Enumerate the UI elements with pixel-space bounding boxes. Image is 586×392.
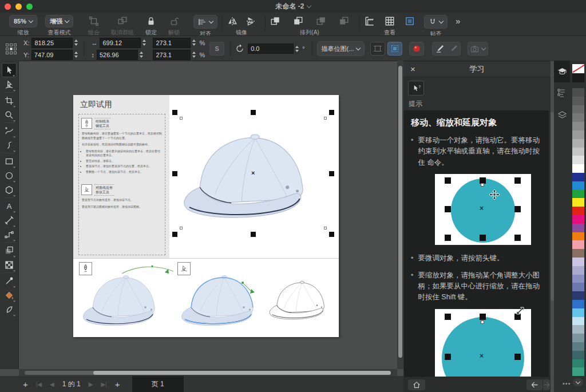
color-swatch[interactable]: [572, 122, 584, 130]
color-swatch[interactable]: [572, 148, 584, 156]
palette-scroll-down-button[interactable]: [573, 378, 583, 386]
crop-tool[interactable]: [2, 93, 17, 108]
grid-button[interactable]: [385, 15, 395, 27]
color-swatch[interactable]: [572, 300, 584, 308]
color-swatch[interactable]: [572, 275, 584, 283]
object-height-input[interactable]: [97, 50, 138, 60]
color-swatch[interactable]: [572, 139, 584, 148]
color-swatch[interactable]: [572, 325, 584, 334]
selection-handle[interactable]: [172, 171, 177, 176]
x-stepper[interactable]: [74, 39, 78, 46]
hint-pointer-button[interactable]: ?: [408, 81, 424, 96]
scale-width-input[interactable]: [153, 38, 191, 48]
lock-button[interactable]: 锁定: [145, 13, 157, 37]
freehand-tool[interactable]: [2, 124, 17, 138]
scale-w-stepper[interactable]: [192, 39, 196, 46]
selection-handle[interactable]: [172, 232, 177, 237]
canvas-horizontal-scrollbar[interactable]: [19, 369, 397, 376]
color-swatch[interactable]: [572, 240, 584, 249]
object-center-marker[interactable]: ×: [251, 169, 255, 176]
color-swatch[interactable]: [572, 232, 584, 241]
transparency-tool[interactable]: [2, 258, 17, 272]
color-swatch[interactable]: [572, 156, 584, 164]
trace-outline-button[interactable]: [433, 42, 446, 55]
color-swatch[interactable]: [572, 207, 584, 215]
add-page-right-button[interactable]: +: [115, 379, 120, 389]
docker-tab-objects[interactable]: [554, 104, 570, 126]
color-swatch[interactable]: [572, 283, 584, 291]
rulers-button[interactable]: [365, 13, 375, 35]
trace-bitmap-dropdown[interactable]: 描摹位图(...: [317, 41, 365, 56]
to-back-button[interactable]: [293, 15, 303, 27]
align-dropdown[interactable]: [193, 15, 217, 29]
lock-ratio-button[interactable]: S: [209, 42, 224, 56]
page-border-button[interactable]: [405, 13, 415, 35]
shadow-tool[interactable]: [2, 243, 17, 258]
canvas-vertical-scrollbar[interactable]: [397, 61, 403, 369]
docker-tab-properties[interactable]: [554, 82, 570, 104]
capture-dropdown[interactable]: [468, 42, 488, 56]
hint-back-button[interactable]: [526, 379, 543, 390]
y-position-input[interactable]: [31, 50, 73, 60]
touchup-tool[interactable]: [2, 302, 17, 316]
edit-bitmap-button[interactable]: [409, 42, 424, 56]
toolbar-overflow-button[interactable]: »: [456, 16, 459, 26]
color-swatch[interactable]: [572, 130, 584, 139]
color-swatch[interactable]: [572, 258, 584, 266]
scale-height-input[interactable]: [153, 50, 191, 60]
polygon-tool[interactable]: [2, 183, 17, 197]
color-swatch[interactable]: [572, 181, 584, 190]
color-swatch[interactable]: [572, 224, 584, 232]
pick-tool[interactable]: [2, 63, 17, 77]
view-mode-dropdown[interactable]: 增强: [45, 15, 73, 27]
color-swatch[interactable]: [572, 317, 584, 326]
origin-selector[interactable]: [6, 43, 17, 54]
swatch-black[interactable]: [572, 73, 584, 82]
line-tool[interactable]: [2, 213, 17, 227]
y-stepper[interactable]: [74, 52, 78, 58]
color-swatch[interactable]: [572, 97, 584, 105]
color-swatch[interactable]: [572, 334, 584, 342]
drawing-canvas[interactable]: 立即试用 绘制线条 钢笔工具 要绘制曲线段，请在要放置第一个节点的位置单击，然后…: [19, 61, 397, 370]
rotation-stepper[interactable]: [295, 46, 299, 52]
swatch-no-color[interactable]: [572, 64, 584, 73]
color-swatch[interactable]: [572, 198, 584, 207]
artistic-media-tool[interactable]: [2, 138, 17, 152]
eyedropper-tool[interactable]: [2, 274, 17, 288]
bitmap-boundary-toggle[interactable]: [387, 42, 402, 56]
ellipse-tool[interactable]: [2, 168, 17, 183]
color-swatch[interactable]: [572, 164, 584, 173]
connector-tool[interactable]: [2, 227, 17, 241]
selection-handle[interactable]: [329, 110, 334, 115]
height-stepper[interactable]: [140, 52, 143, 58]
selection-handle[interactable]: [251, 110, 256, 115]
rotation-angle-input[interactable]: [248, 43, 294, 54]
selection-handle[interactable]: [329, 232, 334, 237]
color-swatch[interactable]: [572, 351, 584, 359]
color-swatch[interactable]: [572, 359, 584, 368]
color-swatch[interactable]: [572, 342, 584, 351]
color-swatch[interactable]: [572, 308, 584, 317]
x-position-input[interactable]: [31, 38, 73, 48]
shape-tool[interactable]: [2, 77, 17, 92]
scale-h-stepper[interactable]: [192, 52, 196, 58]
snap-dropdown[interactable]: [424, 15, 448, 29]
page-tab[interactable]: 页 1: [132, 376, 184, 392]
selection-handle[interactable]: [251, 232, 256, 237]
mirror-vertical-button[interactable]: [246, 15, 256, 27]
color-swatch[interactable]: [572, 291, 584, 300]
learn-home-button[interactable]: [408, 379, 425, 390]
color-swatch[interactable]: [572, 215, 584, 224]
selection-handle[interactable]: [329, 171, 334, 176]
color-swatch[interactable]: [572, 266, 584, 275]
to-front-button[interactable]: [270, 15, 280, 27]
docker-tab-learn[interactable]: [554, 61, 570, 82]
zoom-tool[interactable]: [2, 108, 17, 122]
color-swatch[interactable]: [572, 173, 584, 181]
text-tool[interactable]: A: [2, 199, 17, 213]
color-swatch[interactable]: [572, 88, 584, 97]
fill-tool[interactable]: [2, 288, 17, 302]
color-swatch[interactable]: [572, 190, 584, 199]
zoom-level-dropdown[interactable]: 85%: [9, 15, 37, 27]
color-swatch[interactable]: [572, 367, 584, 376]
